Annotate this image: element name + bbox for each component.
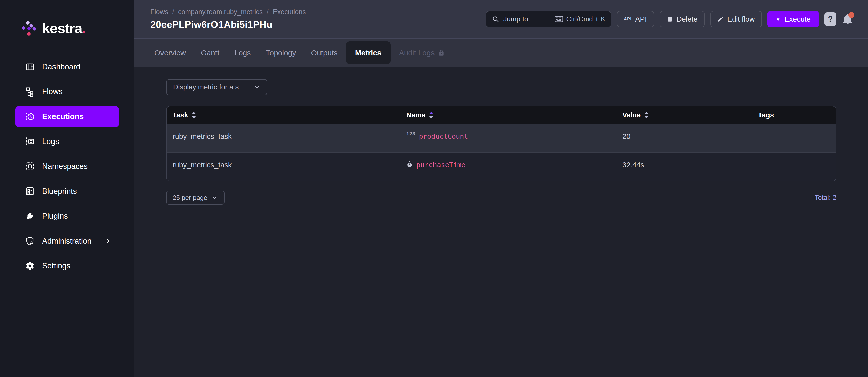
search-icon <box>492 15 499 23</box>
column-header-task[interactable]: Task <box>166 106 406 124</box>
sidebar-item-label: Plugins <box>42 212 68 221</box>
execution-tabs: Overview Gantt Logs Topology Outputs Met… <box>134 38 868 67</box>
breadcrumb-flows[interactable]: Flows <box>150 8 168 16</box>
metrics-table: Task Name Value Tags <box>166 106 836 181</box>
value-cell: 20 <box>622 124 758 152</box>
kestra-logo-icon <box>21 20 37 36</box>
breadcrumb-namespace[interactable]: company.team.ruby_metrics <box>178 8 263 16</box>
administration-icon <box>25 236 35 246</box>
dashboard-icon <box>25 62 35 71</box>
tags-cell <box>758 124 836 152</box>
sidebar-nav: Dashboard Flows Executions Logs <box>0 56 134 277</box>
edit-flow-button[interactable]: Edit flow <box>710 11 762 27</box>
help-button[interactable]: ? <box>824 12 836 26</box>
per-page-dropdown[interactable]: 25 per page <box>166 191 224 205</box>
total-count: Total: 2 <box>814 194 836 202</box>
metric-name-cell: purchaseTime <box>406 152 622 181</box>
123-counter-icon: 123 <box>406 131 415 137</box>
search-placeholder: Jump to... <box>503 15 551 23</box>
flows-icon <box>25 87 35 96</box>
kestra-logo[interactable]: kestra. <box>0 0 134 36</box>
kestra-wordmark: kestra. <box>42 20 86 36</box>
executions-icon <box>25 112 35 121</box>
tab-logs[interactable]: Logs <box>227 38 258 67</box>
breadcrumb: Flows / company.team.ruby_metrics / Exec… <box>150 8 306 16</box>
tab-topology[interactable]: Topology <box>258 38 303 67</box>
bolt-icon <box>775 15 781 23</box>
sidebar-item-label: Flows <box>42 87 63 96</box>
sidebar: kestra. Dashboard Flows Executions <box>0 0 134 377</box>
sidebar-item-label: Executions <box>42 112 84 121</box>
sidebar-item-dashboard[interactable]: Dashboard <box>15 56 119 78</box>
trash-icon <box>666 16 673 23</box>
sidebar-item-label: Settings <box>42 261 70 270</box>
settings-icon <box>25 261 35 271</box>
column-header-tags: Tags <box>758 106 836 124</box>
value-cell: 32.44s <box>622 152 758 181</box>
task-cell: ruby_metrics_task <box>166 152 406 181</box>
sort-icon[interactable] <box>644 111 649 119</box>
tab-audit-logs[interactable]: Audit Logs <box>392 38 452 67</box>
sidebar-item-administration[interactable]: Administration <box>15 230 119 252</box>
delete-button[interactable]: Delete <box>659 11 705 27</box>
sidebar-item-executions[interactable]: Executions <box>15 106 119 127</box>
sidebar-item-namespaces[interactable]: Namespaces <box>15 155 119 177</box>
blueprints-icon <box>25 186 35 196</box>
topbar: Flows / company.team.ruby_metrics / Exec… <box>134 0 868 38</box>
page-title: 20eePLPiw6rO1Abi5i1PHu <box>150 19 306 30</box>
table-row[interactable]: ruby_metrics_task 123 productCount 20 <box>166 124 836 152</box>
table-row[interactable]: ruby_metrics_task purchaseTime <box>166 152 836 181</box>
sidebar-item-plugins[interactable]: Plugins <box>15 205 119 227</box>
sidebar-item-label: Namespaces <box>42 162 88 171</box>
sidebar-item-settings[interactable]: Settings <box>15 255 119 277</box>
question-mark-icon: ? <box>828 14 833 24</box>
task-cell: ruby_metrics_task <box>166 124 406 152</box>
chevron-right-icon <box>104 237 112 245</box>
tags-cell <box>758 152 836 181</box>
breadcrumb-separator: / <box>267 8 269 16</box>
plugins-icon <box>25 211 35 221</box>
sort-icon-active-asc[interactable] <box>429 111 434 119</box>
namespaces-icon <box>25 162 35 171</box>
sort-icon[interactable] <box>191 111 197 119</box>
notification-dot <box>848 12 855 18</box>
sidebar-item-label: Logs <box>42 137 59 146</box>
sidebar-item-flows[interactable]: Flows <box>15 81 119 103</box>
keyboard-icon <box>555 16 563 22</box>
tab-metrics[interactable]: Metrics <box>346 41 391 64</box>
execute-button[interactable]: Execute <box>767 11 819 27</box>
chevron-down-icon <box>212 194 218 201</box>
logs-icon <box>25 137 35 146</box>
column-header-value[interactable]: Value <box>622 106 758 124</box>
api-icon: API <box>624 17 632 22</box>
sidebar-item-blueprints[interactable]: Blueprints <box>15 180 119 202</box>
column-header-name[interactable]: Name <box>406 106 622 124</box>
metrics-content: Display metric for a s... Task Name <box>134 67 868 377</box>
lock-icon <box>438 50 444 56</box>
breadcrumb-separator: / <box>172 8 174 16</box>
sidebar-item-label: Administration <box>42 236 91 245</box>
search-shortcut: Ctrl/Cmd + K <box>555 15 605 23</box>
tab-gantt[interactable]: Gantt <box>193 38 227 67</box>
pencil-icon <box>717 16 724 22</box>
stopwatch-icon <box>406 161 413 168</box>
sidebar-item-label: Blueprints <box>42 187 77 196</box>
notifications-button[interactable] <box>842 12 854 26</box>
tab-outputs[interactable]: Outputs <box>304 38 345 67</box>
jump-to-search-input[interactable]: Jump to... Ctrl/Cmd + K <box>486 11 611 27</box>
api-button[interactable]: API API <box>617 11 654 27</box>
tab-overview[interactable]: Overview <box>147 38 193 67</box>
breadcrumb-executions[interactable]: Executions <box>273 8 306 16</box>
chevron-down-icon <box>253 84 260 91</box>
sidebar-item-logs[interactable]: Logs <box>15 131 119 152</box>
metric-select-dropdown[interactable]: Display metric for a s... <box>166 79 268 95</box>
metric-name-cell: 123 productCount <box>406 124 622 152</box>
sidebar-item-label: Dashboard <box>42 62 81 71</box>
